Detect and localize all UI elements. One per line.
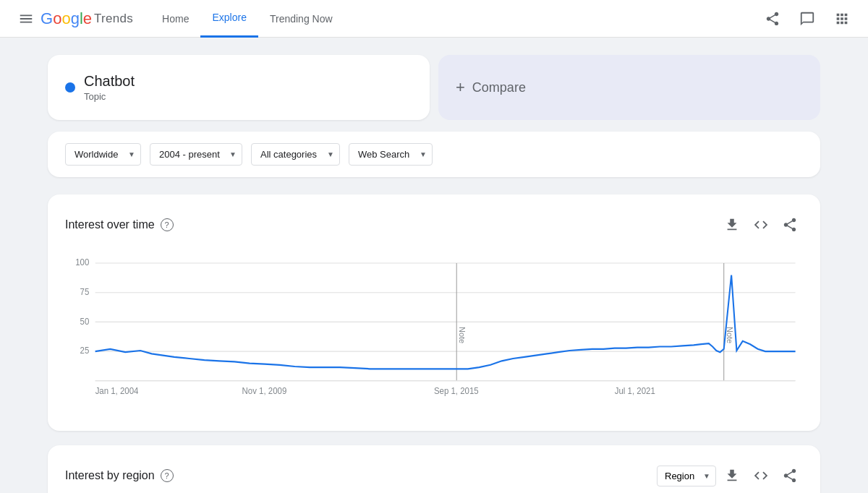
category-filter-wrapper: All categories ▼ [251, 143, 340, 166]
x-label-2009: Nov 1, 2009 [242, 386, 287, 395]
y-label-25: 25 [80, 346, 90, 355]
apps-button[interactable] [827, 4, 856, 33]
period-select[interactable]: 2004 - present [150, 143, 242, 166]
region-share-icon [782, 468, 798, 484]
share-chart-icon [782, 217, 798, 233]
main-nav: Home Explore Trending Now [150, 0, 758, 38]
note-label-2: Note [726, 327, 734, 343]
share-button[interactable] [758, 4, 787, 33]
compare-card[interactable]: + Compare [438, 55, 820, 120]
download-icon [724, 217, 740, 233]
region-share-button[interactable] [777, 463, 803, 489]
y-label-100: 100 [75, 257, 90, 267]
interest-by-region-card: Interest by region ? Region ▼ [48, 445, 820, 493]
search-term: Chatbot [84, 73, 135, 90]
y-label-75: 75 [80, 287, 90, 296]
apps-icon [834, 11, 850, 27]
menu-icon [18, 11, 34, 27]
x-label-2021: Jul 1, 2021 [615, 386, 655, 395]
download-button[interactable] [719, 212, 745, 238]
region-embed-button[interactable] [748, 463, 774, 489]
chart-title-row: Interest over time ? [65, 218, 174, 231]
compare-plus-icon: + [456, 78, 465, 97]
logo: Google Trends [41, 9, 133, 28]
region-title-row: Interest by region ? [65, 469, 174, 482]
nav-home[interactable]: Home [150, 0, 200, 38]
region-filter-wrapper: Worldwide ▼ [65, 143, 141, 166]
feedback-button[interactable] [793, 4, 822, 33]
share-icon [765, 11, 780, 27]
search-card: Chatbot Topic [48, 55, 430, 120]
embed-button[interactable] [748, 212, 774, 238]
search-dot [65, 82, 75, 93]
y-label-50: 50 [80, 316, 90, 325]
nav-explore[interactable]: Explore [200, 0, 258, 38]
region-embed-icon [753, 468, 769, 484]
region-download-button[interactable] [719, 463, 745, 489]
x-label-2015: Sep 1, 2015 [434, 386, 479, 395]
region-actions: Region ▼ [657, 463, 803, 489]
searchtype-filter-wrapper: Web Search ▼ [349, 143, 433, 166]
region-type-wrapper: Region ▼ [657, 463, 716, 489]
x-label-2004: Jan 1, 2004 [95, 386, 139, 395]
region-title: Interest by region [65, 469, 155, 482]
region-select[interactable]: Worldwide [65, 143, 141, 166]
logo-text: Trends [94, 12, 133, 26]
region-type-select[interactable]: Region [657, 466, 716, 486]
chart-title: Interest over time [65, 218, 155, 231]
category-select[interactable]: All categories [251, 143, 340, 166]
interest-over-time-card: Interest over time ? [48, 194, 820, 431]
region-help-icon[interactable]: ? [161, 469, 174, 482]
share-chart-button[interactable] [777, 212, 803, 238]
trend-chart-svg: 100 75 50 25 Note Note Jan 1, 2004 Nov 1… [65, 255, 803, 414]
embed-icon [753, 217, 769, 233]
main-content: Chatbot Topic + Compare Worldwide ▼ 2004… [36, 38, 832, 493]
region-header: Interest by region ? Region ▼ [65, 463, 803, 489]
note-label-1: Note [458, 327, 467, 343]
compare-label: Compare [472, 80, 526, 95]
period-filter-wrapper: 2004 - present ▼ [150, 143, 242, 166]
region-download-icon [724, 468, 740, 484]
nav-trending[interactable]: Trending Now [258, 0, 344, 38]
chart-header: Interest over time ? [65, 212, 803, 238]
menu-button[interactable] [12, 4, 41, 33]
chart-container: 100 75 50 25 Note Note Jan 1, 2004 Nov 1… [65, 255, 803, 416]
chart-help-icon[interactable]: ? [161, 218, 174, 231]
search-info: Chatbot Topic [84, 73, 135, 102]
search-type: Topic [84, 91, 135, 102]
header: Google Trends Home Explore Trending Now [0, 0, 868, 38]
chart-actions [719, 212, 803, 238]
feedback-icon [799, 11, 815, 27]
filter-row: Worldwide ▼ 2004 - present ▼ All categor… [48, 132, 820, 177]
header-actions [758, 4, 856, 33]
search-compare-row: Chatbot Topic + Compare [48, 55, 820, 120]
searchtype-select[interactable]: Web Search [349, 143, 433, 166]
